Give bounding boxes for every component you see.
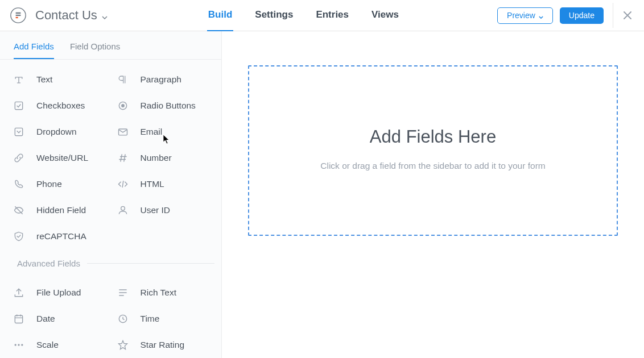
- field-label: Time: [141, 314, 160, 324]
- field-phone[interactable]: Phone: [7, 171, 111, 197]
- shield-icon: [13, 230, 25, 243]
- dropdown-icon: [13, 126, 25, 138]
- divider: [87, 263, 214, 264]
- preview-label: Preview: [507, 11, 535, 20]
- field-user-id[interactable]: User ID: [111, 197, 215, 223]
- field-rich-text[interactable]: Rich Text: [111, 280, 215, 306]
- time-icon: [117, 313, 129, 325]
- svg-point-14: [21, 344, 23, 345]
- phone-icon: [13, 178, 25, 190]
- field-label: Star Rating: [141, 340, 185, 350]
- link-icon: [13, 152, 25, 164]
- advanced-fields-header: Advanced Fields: [0, 252, 221, 273]
- field-label: Email: [141, 127, 163, 137]
- field-number[interactable]: Number: [111, 145, 215, 171]
- svg-rect-2: [16, 15, 21, 16]
- sidebar: Add Fields Field Options Text Paragraph: [0, 31, 222, 358]
- section-label: Advanced Fields: [17, 259, 80, 268]
- field-html[interactable]: HTML: [111, 171, 215, 197]
- divider: [613, 3, 613, 28]
- app-header: Contact Us Build Settings Entries Views …: [0, 0, 644, 31]
- field-email[interactable]: Email: [111, 119, 215, 145]
- chevron-down-icon: [539, 11, 543, 20]
- tab-settings[interactable]: Settings: [254, 0, 294, 31]
- svg-rect-7: [15, 128, 22, 135]
- field-label: Hidden Field: [36, 205, 86, 215]
- svg-point-13: [18, 344, 19, 345]
- svg-rect-3: [16, 17, 18, 18]
- field-file-upload[interactable]: File Upload: [7, 280, 111, 306]
- form-canvas: Add Fields Here Click or drag a field fr…: [222, 31, 644, 358]
- close-icon[interactable]: [622, 10, 633, 20]
- date-icon: [13, 313, 25, 325]
- field-label: Number: [141, 153, 172, 163]
- field-label: Rich Text: [141, 288, 176, 298]
- field-paragraph[interactable]: Paragraph: [111, 66, 215, 93]
- field-label: Scale: [36, 340, 59, 350]
- hidden-icon: [13, 204, 25, 217]
- svg-rect-1: [16, 13, 21, 14]
- tab-entries[interactable]: Entries: [315, 0, 350, 31]
- field-scale[interactable]: Scale: [7, 332, 111, 358]
- dropzone-title: Add Fields Here: [370, 127, 496, 147]
- email-icon: [117, 126, 129, 138]
- svg-rect-4: [15, 102, 22, 109]
- text-icon: [13, 73, 25, 86]
- field-label: User ID: [141, 205, 171, 215]
- field-label: reCAPTCHA: [36, 231, 86, 242]
- field-label: Date: [36, 314, 55, 324]
- field-website-url[interactable]: Website/URL: [7, 145, 111, 171]
- sidebar-tab-field-options[interactable]: Field Options: [70, 41, 120, 59]
- field-label: File Upload: [36, 288, 81, 298]
- sidebar-tab-add-fields[interactable]: Add Fields: [14, 41, 54, 59]
- richtext-icon: [117, 286, 129, 299]
- chevron-down-icon: [102, 11, 108, 22]
- svg-point-6: [121, 104, 125, 107]
- page-title: Contact Us: [35, 8, 97, 23]
- field-radio-buttons[interactable]: Radio Buttons: [111, 93, 215, 119]
- app-body: Add Fields Field Options Text Paragraph: [0, 31, 644, 358]
- radio-icon: [117, 99, 129, 112]
- field-label: Dropdown: [36, 127, 77, 137]
- field-label: Paragraph: [141, 74, 181, 85]
- basic-fields-grid: Text Paragraph Checkboxes Radio Buttons: [0, 60, 221, 252]
- svg-point-12: [15, 344, 16, 345]
- user-icon: [117, 204, 129, 217]
- field-label: Radio Buttons: [141, 101, 196, 111]
- svg-rect-10: [15, 315, 22, 323]
- scale-icon: [13, 339, 25, 351]
- paragraph-icon: [117, 73, 129, 86]
- field-date[interactable]: Date: [7, 306, 111, 332]
- field-star-rating[interactable]: Star Rating: [111, 332, 215, 358]
- field-label: Phone: [36, 179, 62, 189]
- field-hidden[interactable]: Hidden Field: [7, 197, 111, 223]
- tab-views[interactable]: Views: [370, 0, 400, 31]
- field-text[interactable]: Text: [7, 66, 111, 93]
- preview-button[interactable]: Preview: [497, 7, 553, 24]
- star-icon: [117, 339, 129, 351]
- field-label: HTML: [141, 179, 164, 189]
- field-label: Website/URL: [36, 153, 88, 163]
- app-logo-icon: [10, 7, 26, 23]
- dropzone-subtitle: Click or drag a field from the sidebar t…: [320, 161, 545, 171]
- update-label: Update: [569, 11, 595, 20]
- dropzone[interactable]: Add Fields Here Click or drag a field fr…: [248, 65, 618, 236]
- advanced-fields-grid: File Upload Rich Text Date Time: [0, 273, 221, 358]
- upload-icon: [13, 286, 25, 299]
- page-title-dropdown[interactable]: Contact Us: [35, 8, 108, 23]
- field-label: Checkboxes: [36, 101, 85, 111]
- field-recaptcha[interactable]: reCAPTCHA: [7, 223, 111, 249]
- header-actions: Preview Update: [497, 3, 644, 28]
- html-icon: [117, 178, 129, 190]
- update-button[interactable]: Update: [560, 7, 604, 24]
- field-time[interactable]: Time: [111, 306, 215, 332]
- field-dropdown[interactable]: Dropdown: [7, 119, 111, 145]
- field-label: Text: [36, 74, 52, 85]
- checkbox-icon: [13, 99, 25, 112]
- tab-build[interactable]: Build: [207, 0, 234, 31]
- hash-icon: [117, 152, 129, 164]
- main-nav: Build Settings Entries Views: [207, 0, 400, 31]
- svg-point-9: [121, 206, 125, 210]
- field-checkboxes[interactable]: Checkboxes: [7, 93, 111, 119]
- sidebar-tabs: Add Fields Field Options: [0, 31, 221, 60]
